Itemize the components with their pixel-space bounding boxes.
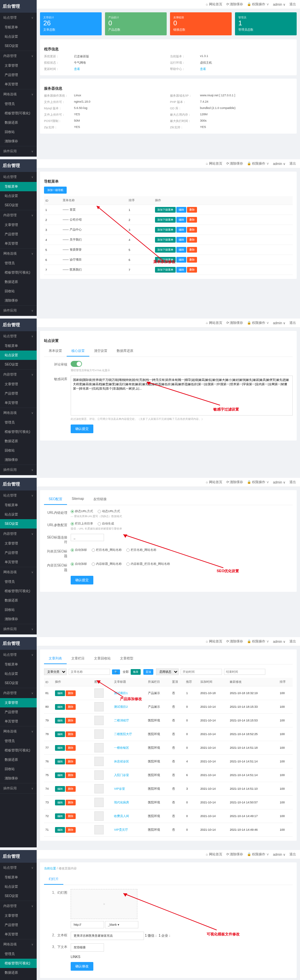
status-select[interactable]: 启用状态 <box>156 668 179 675</box>
article-title-link[interactable]: 测试项目1 <box>114 691 128 695</box>
sidebar-item[interactable]: 清除缓存 <box>0 296 37 305</box>
sidebar-item[interactable]: 产品管理 <box>0 70 37 80</box>
side-group-title[interactable]: 内容管理∨ <box>0 901 37 911</box>
side-group-title[interactable]: 内容管理∨ <box>0 210 37 220</box>
edit-button[interactable]: 编辑 <box>176 247 186 253</box>
side-group-title[interactable]: 插件应用∨ <box>0 624 37 634</box>
stat-tile[interactable]: 友情链接0链接总数 <box>170 12 232 35</box>
radio-option[interactable]: 静态URL方式 <box>71 509 93 514</box>
radio-option[interactable]: 内容标题_网站名称 <box>92 562 122 566</box>
side-group-title[interactable]: 站点管理∨ <box>0 331 37 341</box>
search-button[interactable]: 🔍 <box>112 670 120 675</box>
topbar-lock[interactable]: 🔒 权限操作 ∨ <box>247 639 269 644</box>
sidebar-item[interactable]: 导航菜单 <box>0 23 37 32</box>
side-group-title[interactable]: 网络选项∨ <box>0 408 37 418</box>
topbar-clear[interactable]: ⟳ 清除缓存 <box>227 2 243 7</box>
save-settings-button[interactable]: 确认提交 <box>71 425 93 433</box>
sidebar-item[interactable]: 导航菜单 <box>0 341 37 350</box>
sidebar-item[interactable]: 导航菜单 <box>0 182 37 191</box>
add-top-nav-button[interactable]: 添加一级导航 <box>44 186 67 194</box>
delete-button[interactable]: 删除 <box>187 217 197 223</box>
radio-option[interactable]: 动态URL方式 <box>98 509 120 514</box>
delete-button[interactable]: 删除 <box>65 800 76 805</box>
sidebar-item[interactable]: 数据还原 <box>0 118 37 127</box>
stat-tile[interactable]: 产品统计0产品总数 <box>105 12 167 35</box>
sidebar-item[interactable]: 回收站 <box>0 446 37 455</box>
side-group-title[interactable]: 内容管理∨ <box>0 529 37 539</box>
side-group-title[interactable]: 站点管理∨ <box>0 13 37 23</box>
start-date-input[interactable] <box>181 669 222 675</box>
edit-button[interactable]: 编辑 <box>176 257 186 262</box>
slide-target-select[interactable]: _blank ▾ <box>105 921 138 928</box>
tab-slideshow[interactable]: 幻灯片 <box>44 874 63 885</box>
sidebar-item[interactable]: 文章管理 <box>0 698 37 708</box>
sidebar-item[interactable]: 文章管理 <box>0 539 37 548</box>
sidebar-item[interactable]: 单页管理 <box>0 717 37 726</box>
side-group-title[interactable]: 网络选项∨ <box>0 89 37 99</box>
slide-url-input[interactable]: http:// <box>71 921 104 928</box>
edit-button[interactable]: 编辑 <box>55 827 65 833</box>
end-date-input[interactable] <box>224 669 265 675</box>
tab[interactable]: 清空设置 <box>89 346 112 356</box>
delete-button[interactable]: 删除 <box>65 690 76 696</box>
sidebar-item[interactable]: 单页管理 <box>0 239 37 248</box>
sidebar-item[interactable]: 管理员 <box>0 418 37 427</box>
sidebar-item[interactable]: 回收站 <box>0 977 37 980</box>
title-separator-input[interactable]: _ <box>71 534 104 541</box>
sidebar-item[interactable]: 站点设置 <box>0 191 37 200</box>
textbox-input[interactable]: 更美详吉林医美吾雾做害充说 <box>71 932 144 940</box>
topbar-lock[interactable]: 🔒 权限操作 ∨ <box>247 852 269 857</box>
delete-button[interactable]: 删除 <box>187 267 197 272</box>
filter-all[interactable]: 全部 <box>123 670 129 674</box>
delete-button[interactable]: 删除 <box>65 786 76 792</box>
sidebar-item[interactable]: 数据还原 <box>0 596 37 605</box>
topbar-lock[interactable]: 🔒 权限操作 ∨ <box>247 480 269 485</box>
sidebar-item[interactable]: 模板管理(可视化) <box>0 109 37 118</box>
topbar-user[interactable]: admin ∨ <box>273 853 285 856</box>
delete-button[interactable]: 删除 <box>65 732 76 737</box>
tab[interactable]: 文章模型 <box>115 654 138 664</box>
topbar-logout[interactable]: 退出 <box>289 480 296 485</box>
delete-button[interactable]: 删除 <box>187 227 197 232</box>
topbar-clear[interactable]: ⟳ 清除缓存 <box>227 480 243 485</box>
filter-rec-button[interactable]: 推荐 <box>131 669 140 675</box>
tab[interactable]: 基本设置 <box>44 346 67 356</box>
sidebar-item[interactable]: 导航菜单 <box>0 501 37 510</box>
delete-button[interactable]: 删除 <box>187 247 197 253</box>
delete-button[interactable]: 删除 <box>65 827 76 833</box>
side-group-title[interactable]: 网络选项∨ <box>0 248 37 259</box>
sidebar-item[interactable]: 站点设置 <box>0 882 37 891</box>
topbar-home[interactable]: ⌂ 网站首页 <box>206 321 222 325</box>
side-group-title[interactable]: 网络选项∨ <box>0 726 37 737</box>
edit-button[interactable]: 编辑 <box>55 690 65 696</box>
sidebar-item[interactable]: 站点设置 <box>0 32 37 41</box>
article-title-link[interactable]: VIP贵宾厅 <box>114 828 128 831</box>
category-select[interactable]: 文章分类 <box>44 668 67 675</box>
comment-review-switch[interactable] <box>71 361 82 367</box>
tab[interactable]: 友情链接 <box>89 494 111 505</box>
edit-button[interactable]: 编辑 <box>176 217 186 223</box>
edit-button[interactable]: 编辑 <box>55 772 65 778</box>
sidebar-item[interactable]: 文章管理 <box>0 61 37 70</box>
edit-button[interactable]: 编辑 <box>55 704 65 710</box>
topbar-home[interactable]: ⌂ 网站首页 <box>206 2 222 7</box>
topbar-user[interactable]: admin ∨ <box>273 321 285 325</box>
tab[interactable]: 文章回收站 <box>89 654 115 664</box>
sidebar-item[interactable]: 模板管理(可视化) <box>0 959 37 968</box>
sidebar-item[interactable]: 产品管理 <box>0 229 37 239</box>
side-group-title[interactable]: 内容管理∨ <box>0 51 37 61</box>
sidebar-item[interactable]: 清除缓存 <box>0 614 37 624</box>
topbar-logout[interactable]: 退出 <box>289 639 296 644</box>
sidebar-item[interactable]: 站点设置 <box>0 510 37 519</box>
delete-button[interactable]: 删除 <box>65 704 76 710</box>
sidebar-item[interactable]: 清除缓存 <box>0 137 37 146</box>
sidebar-item[interactable]: 管理员 <box>0 99 37 109</box>
topbar-user[interactable]: admin ∨ <box>273 3 285 6</box>
topbar-user[interactable]: admin ∨ <box>273 162 285 165</box>
sidebar-item[interactable]: 单页管理 <box>0 80 37 89</box>
sidebar-item[interactable]: 模板管理(可视化) <box>0 587 37 596</box>
topbar-user[interactable]: admin ∨ <box>273 640 285 643</box>
radio-option[interactable]: 栏目名称_网站名称 <box>126 548 156 552</box>
stat-tile[interactable]: 管理员1管理员总数 <box>235 12 297 35</box>
article-title-link[interactable]: 测试项目2 <box>114 705 128 708</box>
